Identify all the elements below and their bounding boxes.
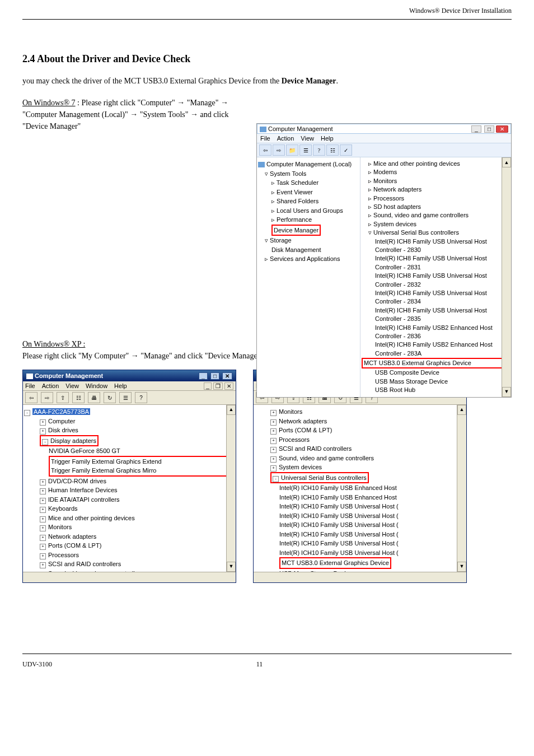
tree-item[interactable]: ▹ Network adapters bbox=[362, 185, 510, 194]
forward-icon[interactable]: ⇨ bbox=[273, 144, 285, 156]
scan-icon[interactable]: ✓ bbox=[340, 144, 352, 156]
tree-item[interactable]: Intel(R) ICH8 Family USB Universal Host … bbox=[362, 237, 510, 255]
tree-item[interactable]: Sound, video and game controllers bbox=[48, 570, 143, 572]
menu-action[interactable]: Action bbox=[277, 135, 294, 142]
collapse-icon[interactable]: - bbox=[24, 410, 30, 416]
tree-root[interactable]: AAA-F2C2A5773BA bbox=[32, 408, 90, 415]
tree-item[interactable]: Disk drives bbox=[48, 427, 78, 433]
tree-item[interactable]: Network adapters bbox=[48, 533, 96, 540]
tree-system-tools[interactable]: ▿ System Tools bbox=[258, 169, 359, 179]
close-button[interactable]: ✕ bbox=[222, 372, 232, 380]
tree-item[interactable]: Computer bbox=[48, 418, 75, 424]
tree-usb[interactable]: Universal Serial Bus controllers bbox=[281, 474, 367, 481]
tree-item[interactable]: IDE ATA/ATAPI controllers bbox=[48, 496, 120, 503]
scrollbar[interactable]: ▲▼ bbox=[502, 157, 511, 397]
xp-tree-right[interactable]: +Monitors +Network adapters +Ports (COM … bbox=[254, 405, 466, 572]
xp-tree-left[interactable]: -AAA-F2C2A5773BA +Computer +Disk drives … bbox=[23, 405, 236, 572]
tree-item[interactable]: NVIDIA GeForce 8500 GT bbox=[24, 446, 235, 456]
scrollbar[interactable]: ▲▼ bbox=[226, 405, 236, 572]
tree-device-manager[interactable]: Device Manager bbox=[258, 225, 359, 236]
tree-storage[interactable]: ▿ Storage bbox=[258, 236, 359, 245]
tree-item[interactable]: ▹ Monitors bbox=[362, 177, 510, 185]
menu-window[interactable]: Window bbox=[86, 382, 107, 389]
tree-item[interactable]: Processors bbox=[279, 436, 310, 443]
expand-icon[interactable]: + bbox=[40, 544, 46, 550]
tree-item[interactable]: ▹ System devices bbox=[362, 220, 510, 228]
tree-item[interactable]: ▹ Processors bbox=[362, 194, 510, 203]
tree-item[interactable]: SCSI and RAID controllers bbox=[48, 561, 121, 567]
back-icon[interactable]: ⇦ bbox=[259, 144, 271, 156]
tree-item[interactable]: Intel(R) ICH10 Family USB Universal Host… bbox=[255, 520, 465, 530]
menu-file[interactable]: File bbox=[260, 135, 270, 142]
tree-usb[interactable]: ▿ Universal Serial Bus controllers bbox=[362, 228, 510, 237]
tree-item[interactable]: Intel(R) ICH8 Family USB2 Enhanced Host … bbox=[362, 324, 510, 341]
scroll-down-icon[interactable]: ▼ bbox=[457, 562, 466, 572]
tree-item[interactable]: USB Mass Storage Device bbox=[362, 377, 510, 386]
minimize-button[interactable]: _ bbox=[199, 372, 208, 380]
menu-file[interactable]: File bbox=[25, 382, 35, 389]
tree-item[interactable]: USB Root Hub bbox=[362, 386, 510, 394]
tree-item[interactable]: Intel(R) ICH10 Family USB Universal Host… bbox=[255, 539, 465, 548]
win7-left-tree[interactable]: Computer Management (Local) ▿ System Too… bbox=[257, 157, 360, 397]
scroll-up-icon[interactable]: ▲ bbox=[457, 405, 466, 415]
tree-item[interactable]: Processors bbox=[48, 552, 79, 558]
refresh-icon[interactable]: ☷ bbox=[326, 144, 339, 156]
tree-item[interactable]: Intel(R) ICH8 Family USB Universal Host … bbox=[362, 254, 510, 272]
up-icon[interactable]: 📁 bbox=[286, 144, 298, 156]
tree-item[interactable]: ▹ Modems bbox=[362, 168, 510, 176]
win7-right-tree[interactable]: ▹ Mice and other pointing devices ▹ Mode… bbox=[360, 157, 511, 397]
expand-icon[interactable]: + bbox=[40, 553, 46, 559]
tree-item[interactable]: Intel(R) ICH10 Family USB Enhanced Host bbox=[255, 483, 465, 493]
tree-item[interactable]: ▹ Performance bbox=[258, 215, 359, 225]
tree-item[interactable]: Intel(R) ICH8 Family USB Universal Host … bbox=[362, 306, 510, 324]
tree-item[interactable]: Ports (COM & LPT) bbox=[48, 542, 101, 549]
tree-item[interactable]: ▹ Shared Folders bbox=[258, 197, 359, 206]
menu-action[interactable]: Action bbox=[42, 382, 59, 389]
close-button[interactable]: ✕ bbox=[496, 125, 508, 133]
collapse-icon[interactable]: - bbox=[273, 476, 279, 482]
menu-view[interactable]: View bbox=[301, 135, 314, 142]
mdi-minimize-button[interactable]: _ bbox=[204, 382, 212, 390]
tree-item[interactable]: Network adapters bbox=[279, 418, 327, 424]
tree-item[interactable]: Intel(R) ICH10 Family USB Universal Host… bbox=[255, 511, 465, 521]
refresh-icon[interactable]: ↻ bbox=[104, 392, 116, 403]
tree-item[interactable]: Intel(R) ICH8 Family USB Universal Host … bbox=[362, 289, 510, 306]
tree-root[interactable]: Computer Management (Local) bbox=[258, 160, 359, 169]
tree-item[interactable]: ▹ Event Viewer bbox=[258, 188, 359, 197]
tree-item[interactable]: Monitors bbox=[279, 408, 302, 415]
expand-icon[interactable]: + bbox=[40, 479, 46, 486]
tree-highlighted-device[interactable]: Trigger Family External Graphics Extend bbox=[51, 457, 232, 466]
forward-icon[interactable]: ⇨ bbox=[41, 392, 53, 403]
print-icon[interactable]: 🖶 bbox=[88, 392, 100, 403]
properties-icon[interactable]: ☷ bbox=[72, 392, 85, 403]
expand-icon[interactable]: + bbox=[40, 562, 46, 568]
tree-item[interactable]: ▹ Local Users and Groups bbox=[258, 206, 359, 216]
expand-icon[interactable]: + bbox=[270, 410, 277, 416]
tree-display-adapters[interactable]: Display adapters bbox=[50, 437, 96, 444]
minimize-button[interactable]: _ bbox=[471, 125, 481, 133]
tree-item[interactable]: Intel(R) ICH10 Family USB Universal Host… bbox=[255, 502, 465, 511]
expand-icon[interactable]: + bbox=[40, 498, 46, 504]
properties-icon[interactable]: ☰ bbox=[299, 144, 312, 156]
tree-item[interactable]: ▹ Mice and other pointing devices bbox=[362, 160, 510, 168]
tree-highlighted-device[interactable]: MCT USB3.0 External Graphics Device bbox=[279, 557, 391, 569]
tree-item[interactable]: Keyboards bbox=[48, 505, 78, 512]
tree-item[interactable]: Intel(R) ICH8 Family USB2 Enhanced Host … bbox=[362, 340, 510, 358]
mdi-close-button[interactable]: ✕ bbox=[224, 382, 233, 390]
up-icon[interactable]: ⇧ bbox=[57, 392, 69, 403]
expand-icon[interactable]: + bbox=[40, 507, 46, 513]
tree-highlighted-device[interactable]: MCT USB3.0 External Graphics Device bbox=[362, 358, 510, 368]
expand-icon[interactable]: + bbox=[40, 525, 46, 531]
expand-icon[interactable]: + bbox=[40, 488, 46, 494]
tree-item[interactable]: Intel(R) ICH8 Family USB Universal Host … bbox=[362, 272, 510, 289]
tree-item[interactable]: ▹ Task Scheduler bbox=[258, 178, 359, 188]
tree-item[interactable]: DVD/CD-ROM drives bbox=[48, 478, 106, 484]
expand-icon[interactable]: + bbox=[40, 516, 46, 522]
tree-item[interactable]: Mice and other pointing devices bbox=[48, 515, 135, 521]
tree-item[interactable]: Monitors bbox=[48, 524, 72, 530]
tree-item[interactable]: ▹ SD host adapters bbox=[362, 203, 510, 211]
scroll-up-icon[interactable]: ▲ bbox=[502, 157, 511, 167]
expand-icon[interactable]: + bbox=[270, 465, 277, 472]
expand-icon[interactable]: + bbox=[270, 419, 277, 426]
tree-item[interactable]: SCSI and RAID controllers bbox=[279, 445, 352, 452]
